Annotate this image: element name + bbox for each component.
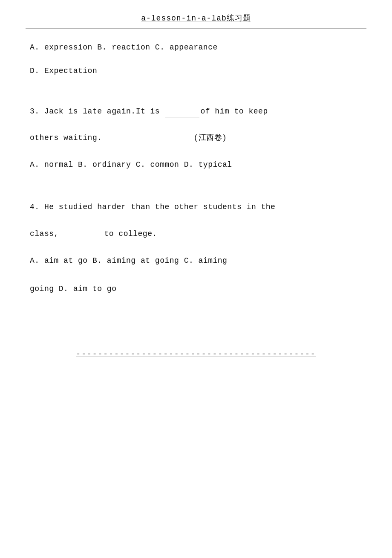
q4-options-line1: A. aim at go B. aiming at going C. aimin… xyxy=(30,255,362,267)
q2-options-line2: D. Expectation xyxy=(30,65,362,77)
divider: ----------------------------------------… xyxy=(30,350,362,358)
q4-line2: class, to college. xyxy=(30,228,362,240)
content-area: A. expression B. reaction C. appearance … xyxy=(26,41,366,358)
q3-line2: others waiting. (江西卷) xyxy=(30,132,362,144)
q4-options-line2: going D. aim to go xyxy=(30,283,362,295)
q4-line1: 4. He studied harder than the other stud… xyxy=(30,201,362,213)
page-title: a-lesson-in-a-lab练习题 xyxy=(141,14,251,23)
q3-options: A. normal B. ordinary C. common D. typic… xyxy=(30,159,362,171)
q4-blank xyxy=(69,240,103,240)
q2-options-line1: A. expression B. reaction C. appearance xyxy=(30,41,362,54)
q2-options-section: A. expression B. reaction C. appearance … xyxy=(30,41,362,77)
page-header: a-lesson-in-a-lab练习题 xyxy=(26,13,366,29)
question-4: 4. He studied harder than the other stud… xyxy=(30,201,362,295)
page: a-lesson-in-a-lab练习题 A. expression B. re… xyxy=(0,0,392,558)
q3-blank xyxy=(165,117,199,117)
q3-line1: 3. Jack is late again.It is of him to ke… xyxy=(30,105,362,118)
question-3: 3. Jack is late again.It is of him to ke… xyxy=(30,105,362,171)
